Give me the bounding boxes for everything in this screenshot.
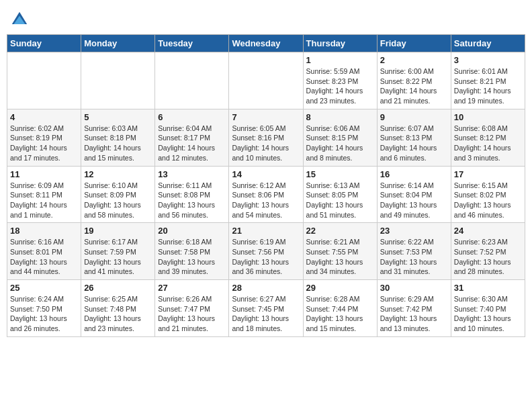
day-info: Sunrise: 6:12 AM Sunset: 8:06 PM Dayligh… [232,181,300,220]
day-number: 18 [10,226,78,236]
day-info: Sunrise: 6:00 AM Sunset: 8:22 PM Dayligh… [380,66,448,106]
day-of-week-thursday: Thursday [303,35,377,52]
day-number: 26 [84,283,152,293]
day-info: Sunrise: 6:18 AM Sunset: 7:58 PM Dayligh… [158,237,226,277]
day-number: 9 [380,112,448,122]
week-row-3: 11Sunrise: 6:09 AM Sunset: 8:11 PM Dayli… [7,166,525,223]
day-info: Sunrise: 6:16 AM Sunset: 8:01 PM Dayligh… [10,237,78,277]
day-number: 8 [306,112,374,122]
day-info: Sunrise: 6:06 AM Sunset: 8:15 PM Dayligh… [306,124,374,163]
day-info: Sunrise: 6:11 AM Sunset: 8:08 PM Dayligh… [158,181,226,220]
day-cell: 12Sunrise: 6:10 AM Sunset: 8:09 PM Dayli… [81,166,155,223]
day-cell: 3Sunrise: 6:01 AM Sunset: 8:21 PM Daylig… [451,52,525,109]
day-cell: 10Sunrise: 6:08 AM Sunset: 8:12 PM Dayli… [451,109,525,166]
day-number: 6 [158,112,226,122]
day-cell: 26Sunrise: 6:25 AM Sunset: 7:48 PM Dayli… [81,280,155,337]
day-number: 4 [10,112,78,122]
day-cell: 14Sunrise: 6:12 AM Sunset: 8:06 PM Dayli… [229,166,303,223]
day-info: Sunrise: 6:01 AM Sunset: 8:21 PM Dayligh… [454,66,522,106]
day-cell: 29Sunrise: 6:28 AM Sunset: 7:44 PM Dayli… [303,280,377,337]
day-cell: 2Sunrise: 6:00 AM Sunset: 8:22 PM Daylig… [377,52,451,109]
day-info: Sunrise: 6:14 AM Sunset: 8:04 PM Dayligh… [380,181,448,220]
day-cell [7,52,81,109]
week-row-2: 4Sunrise: 6:02 AM Sunset: 8:19 PM Daylig… [7,109,525,166]
day-cell [155,52,229,109]
day-number: 25 [10,283,78,293]
day-number: 14 [232,169,300,179]
day-info: Sunrise: 6:22 AM Sunset: 7:53 PM Dayligh… [380,237,448,277]
day-cell: 7Sunrise: 6:05 AM Sunset: 8:16 PM Daylig… [229,109,303,166]
day-info: Sunrise: 6:19 AM Sunset: 7:56 PM Dayligh… [232,237,300,277]
logo-icon [10,10,29,29]
day-number: 31 [454,283,522,293]
day-info: Sunrise: 6:28 AM Sunset: 7:44 PM Dayligh… [306,294,374,334]
day-info: Sunrise: 6:04 AM Sunset: 8:17 PM Dayligh… [158,124,226,163]
day-cell: 22Sunrise: 6:21 AM Sunset: 7:55 PM Dayli… [303,223,377,280]
day-info: Sunrise: 6:26 AM Sunset: 7:47 PM Dayligh… [158,294,226,334]
day-of-week-friday: Friday [377,35,451,52]
day-info: Sunrise: 6:09 AM Sunset: 8:11 PM Dayligh… [10,181,78,220]
day-cell: 16Sunrise: 6:14 AM Sunset: 8:04 PM Dayli… [377,166,451,223]
day-number: 20 [158,226,226,236]
week-row-4: 18Sunrise: 6:16 AM Sunset: 8:01 PM Dayli… [7,223,525,280]
day-cell [229,52,303,109]
day-cell: 23Sunrise: 6:22 AM Sunset: 7:53 PM Dayli… [377,223,451,280]
day-info: Sunrise: 6:13 AM Sunset: 8:05 PM Dayligh… [306,181,374,220]
day-info: Sunrise: 6:23 AM Sunset: 7:52 PM Dayligh… [454,237,522,277]
week-row-5: 25Sunrise: 6:24 AM Sunset: 7:50 PM Dayli… [7,280,525,337]
day-number: 24 [454,226,522,236]
day-cell: 20Sunrise: 6:18 AM Sunset: 7:58 PM Dayli… [155,223,229,280]
day-of-week-monday: Monday [81,35,155,52]
day-cell: 6Sunrise: 6:04 AM Sunset: 8:17 PM Daylig… [155,109,229,166]
day-info: Sunrise: 6:25 AM Sunset: 7:48 PM Dayligh… [84,294,152,334]
day-cell: 18Sunrise: 6:16 AM Sunset: 8:01 PM Dayli… [7,223,81,280]
day-info: Sunrise: 6:15 AM Sunset: 8:02 PM Dayligh… [454,181,522,220]
day-info: Sunrise: 6:08 AM Sunset: 8:12 PM Dayligh… [454,124,522,163]
day-info: Sunrise: 6:21 AM Sunset: 7:55 PM Dayligh… [306,237,374,277]
day-number: 12 [84,169,152,179]
day-number: 23 [380,226,448,236]
logo [10,10,30,29]
day-cell: 17Sunrise: 6:15 AM Sunset: 8:02 PM Dayli… [451,166,525,223]
day-cell: 28Sunrise: 6:27 AM Sunset: 7:45 PM Dayli… [229,280,303,337]
day-number: 15 [306,169,374,179]
calendar-body: 1Sunrise: 5:59 AM Sunset: 8:23 PM Daylig… [7,52,525,337]
day-info: Sunrise: 6:07 AM Sunset: 8:13 PM Dayligh… [380,124,448,163]
day-number: 21 [232,226,300,236]
day-info: Sunrise: 6:03 AM Sunset: 8:18 PM Dayligh… [84,124,152,163]
day-number: 27 [158,283,226,293]
day-cell: 21Sunrise: 6:19 AM Sunset: 7:56 PM Dayli… [229,223,303,280]
day-info: Sunrise: 6:17 AM Sunset: 7:59 PM Dayligh… [84,237,152,277]
day-cell: 27Sunrise: 6:26 AM Sunset: 7:47 PM Dayli… [155,280,229,337]
day-info: Sunrise: 6:24 AM Sunset: 7:50 PM Dayligh… [10,294,78,334]
day-number: 22 [306,226,374,236]
calendar-header: SundayMondayTuesdayWednesdayThursdayFrid… [7,35,525,52]
day-number: 13 [158,169,226,179]
day-of-week-wednesday: Wednesday [229,35,303,52]
day-cell: 13Sunrise: 6:11 AM Sunset: 8:08 PM Dayli… [155,166,229,223]
day-number: 16 [380,169,448,179]
day-number: 7 [232,112,300,122]
day-of-week-sunday: Sunday [7,35,81,52]
day-number: 28 [232,283,300,293]
day-number: 19 [84,226,152,236]
day-cell: 9Sunrise: 6:07 AM Sunset: 8:13 PM Daylig… [377,109,451,166]
day-info: Sunrise: 6:05 AM Sunset: 8:16 PM Dayligh… [232,124,300,163]
day-number: 10 [454,112,522,122]
day-info: Sunrise: 6:10 AM Sunset: 8:09 PM Dayligh… [84,181,152,220]
day-cell: 25Sunrise: 6:24 AM Sunset: 7:50 PM Dayli… [7,280,81,337]
day-info: Sunrise: 6:29 AM Sunset: 7:42 PM Dayligh… [380,294,448,334]
day-of-week-tuesday: Tuesday [155,35,229,52]
day-info: Sunrise: 6:02 AM Sunset: 8:19 PM Dayligh… [10,124,78,163]
day-info: Sunrise: 6:30 AM Sunset: 7:40 PM Dayligh… [454,294,522,334]
page-header [7,7,525,29]
day-number: 3 [454,55,522,65]
week-row-1: 1Sunrise: 5:59 AM Sunset: 8:23 PM Daylig… [7,52,525,109]
day-cell: 11Sunrise: 6:09 AM Sunset: 8:11 PM Dayli… [7,166,81,223]
day-cell: 19Sunrise: 6:17 AM Sunset: 7:59 PM Dayli… [81,223,155,280]
calendar-table: SundayMondayTuesdayWednesdayThursdayFrid… [7,34,525,337]
day-info: Sunrise: 5:59 AM Sunset: 8:23 PM Dayligh… [306,66,374,106]
day-number: 1 [306,55,374,65]
day-cell: 1Sunrise: 5:59 AM Sunset: 8:23 PM Daylig… [303,52,377,109]
day-number: 30 [380,283,448,293]
